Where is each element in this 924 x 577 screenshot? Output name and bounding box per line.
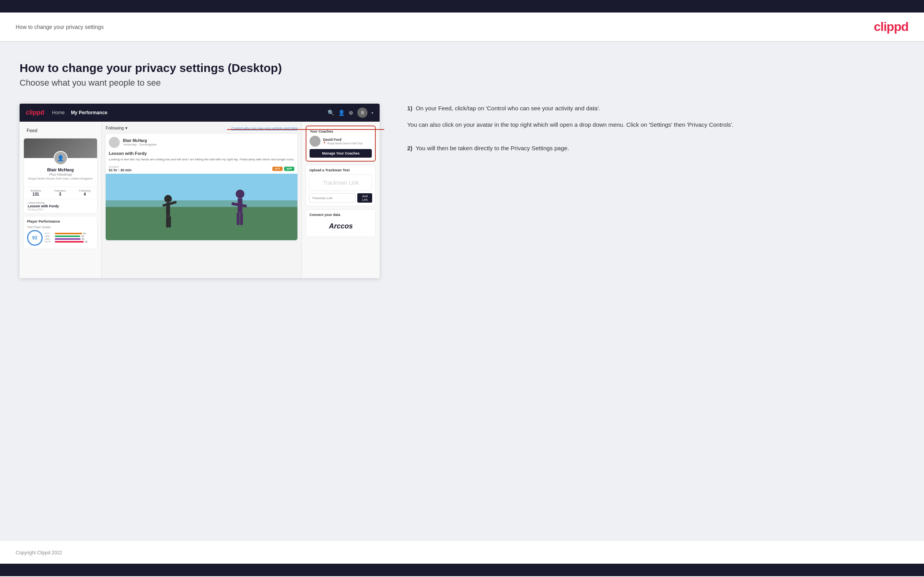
control-privacy-link[interactable]: Control who can see your activity and da…	[231, 126, 298, 130]
profile-avatar: 👤	[54, 151, 68, 165]
following-dropdown[interactable]: Following ▾	[106, 126, 128, 131]
latest-activity-label: Latest Activity	[28, 201, 93, 204]
app-sidebar: Feed 👤 Blair McHarg Plus Handicap Royal …	[20, 122, 102, 278]
bar-arg: ARG 86	[45, 238, 94, 240]
duration-label: Duration	[109, 165, 131, 168]
badge-ott: OTT	[272, 167, 283, 171]
duration-value: 01 hr : 30 min	[109, 168, 131, 172]
stat-activities-label: Activities	[31, 189, 41, 192]
nav-link-performance[interactable]: My Performance	[71, 110, 107, 115]
footer: Copyright Clippd 2022	[0, 541, 924, 564]
svg-rect-5	[166, 216, 168, 227]
latest-activity: Latest Activity Lesson with Fordy 03 Aug…	[24, 199, 97, 213]
coaches-title: Your Coaches	[310, 129, 372, 133]
instruction-2-number: 2)	[407, 145, 412, 151]
trackman-section: Upload a Trackman Test Trackman Link Add…	[306, 165, 376, 206]
svg-point-2	[164, 195, 172, 203]
ott-bar	[55, 233, 82, 234]
badge-app: APP	[284, 167, 294, 171]
feed-card: Blair McHarg Yesterday · Sunningdale Les…	[106, 134, 297, 240]
bar-ott: OTT 90	[45, 232, 94, 235]
app-screenshot: clippd Home My Performance 🔍 👤 ⊕ B ▾	[20, 104, 380, 278]
stat-following-label: Following	[79, 189, 91, 192]
feed-user-info: Blair McHarg Yesterday · Sunningdale	[123, 138, 157, 146]
feed-user-name: Blair McHarg	[123, 138, 157, 143]
app-bar	[55, 235, 80, 237]
user-icon[interactable]: 👤	[338, 110, 345, 116]
page-title: How to change your privacy settings	[16, 24, 104, 30]
svg-rect-11	[240, 213, 243, 225]
site-header: How to change your privacy settings clip…	[0, 13, 924, 42]
svg-point-7	[236, 190, 244, 198]
duration-info: Duration 01 hr : 30 min	[109, 165, 131, 172]
feed-card-header: Blair McHarg Yesterday · Sunningdale	[106, 134, 297, 151]
feed-duration: Duration 01 hr : 30 min OTT APP	[106, 164, 297, 174]
svg-rect-10	[237, 213, 240, 225]
instruction-1-subtext: You can also click on your avatar in the…	[407, 120, 904, 129]
instruction-1-text: 1) On your Feed, click/tap on 'Control w…	[407, 104, 904, 113]
stat-followers: Followers 3	[54, 189, 66, 196]
coach-info: David Ford 📍 Royal North Devon Golf Club	[323, 138, 362, 145]
trackman-link-display: Trackman Link	[309, 174, 372, 191]
instructions: 1) On your Feed, click/tap on 'Control w…	[395, 104, 904, 167]
stat-following: Following 4	[79, 189, 91, 196]
svg-rect-1	[106, 207, 297, 240]
profile-card: 👤 Blair McHarg Plus Handicap Royal North…	[23, 138, 97, 214]
following-bar: Following ▾ Control who can see your act…	[106, 126, 297, 131]
latest-activity-value: Lesson with Fordy	[28, 204, 93, 208]
clippd-logo: clippd	[874, 20, 908, 34]
bar-putt: PUTT 96	[45, 241, 94, 243]
instruction-1: 1) On your Feed, click/tap on 'Control w…	[407, 104, 904, 129]
user-avatar[interactable]: B	[357, 108, 367, 118]
copyright: Copyright Clippd 2022	[16, 550, 62, 555]
app-screenshot-wrapper: clippd Home My Performance 🔍 👤 ⊕ B ▾	[20, 104, 380, 278]
profile-name: Blair McHarg	[28, 167, 93, 172]
instruction-1-number: 1)	[407, 105, 412, 111]
feed-card-desc: Looking to feel like my hands are exitin…	[106, 157, 297, 164]
app-nav-logo: clippd	[26, 109, 44, 116]
profile-banner: 👤	[24, 138, 97, 158]
golf-scene	[106, 174, 297, 240]
app-right-panel: Your Coaches David Ford 📍 Royal North De…	[301, 122, 380, 278]
main-content: How to change your privacy settings (Des…	[0, 42, 924, 541]
search-icon[interactable]: 🔍	[328, 110, 334, 116]
top-bar	[0, 0, 924, 13]
nav-link-home[interactable]: Home	[52, 110, 65, 115]
connect-section: Connect your data Arccos	[306, 209, 376, 237]
coach-avatar	[310, 136, 321, 147]
latest-activity-date: 03 Aug 2022	[28, 208, 93, 211]
location-icon: 📍	[323, 142, 326, 145]
trackman-input-row: Add Link	[309, 193, 372, 203]
add-link-button[interactable]: Add Link	[357, 193, 372, 203]
connect-title: Connect your data	[309, 213, 372, 217]
feed-user-avatar	[109, 137, 120, 148]
feed-badges: OTT APP	[272, 167, 294, 171]
app-nav-icons: 🔍 👤 ⊕ B ▾	[328, 108, 373, 118]
app-nav: clippd Home My Performance 🔍 👤 ⊕ B ▾	[20, 104, 380, 122]
profile-stats: Activities 131 Followers 3 Following 4	[24, 187, 97, 199]
coach-club: 📍 Royal North Devon Golf Club	[323, 142, 362, 145]
manage-coaches-button[interactable]: Manage Your Coaches	[310, 149, 372, 158]
total-quality-label: Total Player Quality	[27, 226, 94, 228]
stat-activities-value: 131	[31, 192, 41, 196]
main-subheading: Choose what you want people to see	[20, 78, 904, 88]
bar-app: APP 85	[45, 235, 94, 237]
stat-followers-label: Followers	[54, 189, 66, 192]
stat-following-value: 4	[79, 192, 91, 196]
instruction-2: 2) You will then be taken directly to th…	[407, 144, 904, 153]
arccos-logo: Arccos	[309, 219, 372, 234]
feed-card-title: Lesson with Fordy	[106, 151, 297, 157]
perf-title: Player Performance	[27, 219, 94, 223]
stat-activities: Activities 131	[31, 189, 41, 196]
trackman-input[interactable]	[309, 193, 356, 203]
profile-club: Royal North Devon Golf Club, United King…	[28, 177, 93, 180]
arg-bar	[55, 238, 81, 240]
quality-bars: OTT 90 APP 85	[45, 232, 94, 243]
feed-image	[106, 174, 297, 240]
app-body: Feed 👤 Blair McHarg Plus Handicap Royal …	[20, 122, 380, 278]
chevron-down-icon[interactable]: ▾	[371, 111, 373, 115]
app-nav-links: Home My Performance	[52, 110, 107, 115]
compass-icon[interactable]: ⊕	[349, 110, 353, 116]
coach-item: David Ford 📍 Royal North Devon Golf Club	[310, 136, 372, 147]
stat-followers-value: 3	[54, 192, 66, 196]
